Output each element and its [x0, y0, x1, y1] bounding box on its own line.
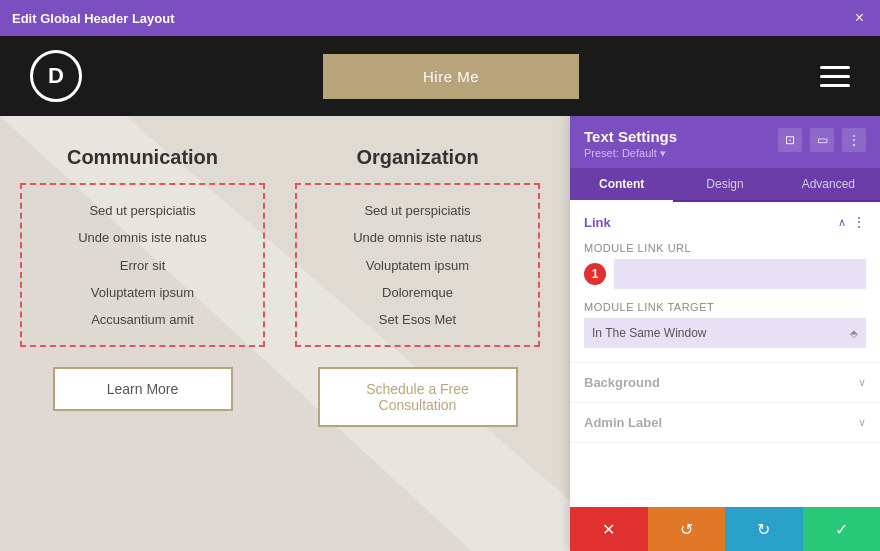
panel-more-icon[interactable]: ⋮ [842, 128, 866, 152]
hire-me-button[interactable]: Hire Me [323, 54, 579, 99]
list-item: Set Esos Met [317, 306, 518, 333]
header-bar: D Hire Me [0, 36, 880, 116]
background-section: Background ∨ [570, 363, 880, 403]
top-bar-title: Edit Global Header Layout [12, 11, 175, 26]
background-chevron-icon: ∨ [858, 376, 866, 389]
main-content: Communication Sed ut perspiciatis Unde o… [0, 116, 880, 551]
communication-list: Sed ut perspiciatis Unde omnis iste natu… [20, 183, 265, 347]
list-item: Voluptatem ipsum [317, 252, 518, 279]
list-item: Sed ut perspiciatis [317, 197, 518, 224]
save-button[interactable]: ✓ [803, 507, 881, 551]
link-section-content: Module Link URL 1 Module Link Target In … [570, 242, 880, 362]
admin-label-section-header[interactable]: Admin Label ∨ [570, 403, 880, 442]
link-more-icon[interactable]: ⋮ [852, 214, 866, 230]
module-link-target-select[interactable]: In The Same Window In A New Tab [584, 318, 866, 348]
link-section: Link ∧ ⋮ Module Link URL 1 Module Link T… [570, 202, 880, 363]
panel-title: Text Settings [584, 128, 677, 145]
logo: D [30, 50, 82, 102]
list-item: Doloremque [317, 279, 518, 306]
badge-1: 1 [584, 263, 606, 285]
link-chevron-icon: ∧ [838, 216, 846, 229]
organization-title: Organization [356, 146, 478, 169]
text-settings-panel: Text Settings Preset: Default ▾ ⊡ ▭ ⋮ Co… [570, 116, 880, 551]
list-item: Accusantium amit [42, 306, 243, 333]
learn-more-button[interactable]: Learn More [53, 367, 233, 411]
tab-advanced[interactable]: Advanced [777, 168, 880, 200]
communication-column: Communication Sed ut perspiciatis Unde o… [20, 146, 265, 427]
admin-label-section-title: Admin Label [584, 415, 662, 430]
background-section-header[interactable]: Background ∨ [570, 363, 880, 402]
panel-tabs: Content Design Advanced [570, 168, 880, 202]
panel-preset[interactable]: Preset: Default ▾ [584, 147, 677, 160]
list-item: Sed ut perspiciatis [42, 197, 243, 224]
hamburger-menu-icon[interactable] [820, 66, 850, 87]
admin-label-chevron-icon: ∨ [858, 416, 866, 429]
close-button[interactable]: × [851, 9, 868, 27]
admin-label-section: Admin Label ∨ [570, 403, 880, 443]
list-item: Unde omnis iste natus [42, 224, 243, 251]
panel-responsive-icon[interactable]: ⊡ [778, 128, 802, 152]
redo-button[interactable]: ↻ [725, 507, 803, 551]
cancel-button[interactable]: ✕ [570, 507, 648, 551]
organization-list: Sed ut perspiciatis Unde omnis iste natu… [295, 183, 540, 347]
tab-design[interactable]: Design [673, 168, 776, 200]
list-item: Voluptatem ipsum [42, 279, 243, 306]
list-item: Unde omnis iste natus [317, 224, 518, 251]
schedule-button[interactable]: Schedule a FreeConsultation [318, 367, 518, 427]
module-link-url-label: Module Link URL [584, 242, 866, 254]
organization-column: Organization Sed ut perspiciatis Unde om… [295, 146, 540, 427]
top-bar: Edit Global Header Layout × [0, 0, 880, 36]
panel-body: Link ∧ ⋮ Module Link URL 1 Module Link T… [570, 202, 880, 507]
panel-toolbar: ✕ ↺ ↻ ✓ [570, 507, 880, 551]
columns-area: Communication Sed ut perspiciatis Unde o… [0, 116, 560, 447]
background-section-title: Background [584, 375, 660, 390]
undo-button[interactable]: ↺ [648, 507, 726, 551]
link-section-title: Link [584, 215, 611, 230]
communication-title: Communication [67, 146, 218, 169]
list-item: Error sit [42, 252, 243, 279]
module-link-target-label: Module Link Target [584, 301, 866, 313]
tab-content[interactable]: Content [570, 168, 673, 202]
module-link-url-input[interactable] [614, 259, 866, 289]
panel-header: Text Settings Preset: Default ▾ ⊡ ▭ ⋮ [570, 116, 880, 168]
panel-column-icon[interactable]: ▭ [810, 128, 834, 152]
link-section-header[interactable]: Link ∧ ⋮ [570, 202, 880, 242]
